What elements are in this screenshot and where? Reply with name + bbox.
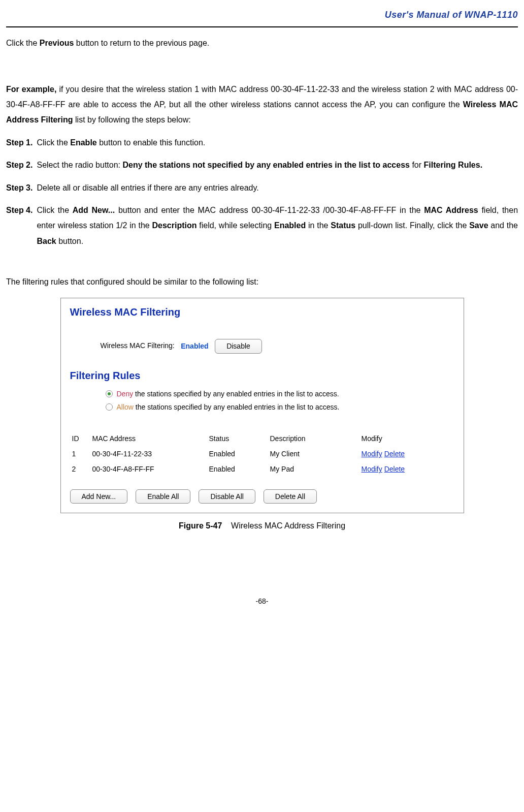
filter-label: Wireless MAC Filtering:	[101, 342, 175, 350]
delete-link[interactable]: Delete	[384, 450, 405, 458]
text: if you desire that the wireless station …	[6, 85, 518, 109]
filtering-rules-title: Filtering Rules	[70, 369, 454, 382]
step-1: Step 1. Click the Enable button to enabl…	[6, 135, 518, 150]
disable-button[interactable]: Disable	[215, 339, 262, 353]
text-bold: MAC Address	[424, 206, 478, 214]
text-bold: Description	[152, 221, 196, 230]
radio-allow-icon[interactable]	[106, 403, 113, 411]
col-desc: Description	[268, 431, 359, 446]
text: in the	[306, 221, 331, 230]
filtering-rules-block: Filtering Rules Deny the stations specif…	[70, 369, 454, 414]
table-header-row: ID MAC Address Status Description Modify	[70, 431, 454, 446]
add-new-button[interactable]: Add New...	[70, 489, 128, 504]
text: button.	[56, 237, 83, 245]
step-body: Click the Enable button to enable this f…	[37, 135, 518, 150]
deny-word: Deny	[117, 390, 134, 398]
text-bold: Filtering Rules.	[424, 161, 483, 169]
col-id: ID	[70, 431, 90, 446]
rule-deny[interactable]: Deny the stations specified by any enabl…	[106, 387, 454, 400]
radio-deny-icon[interactable]	[106, 390, 113, 397]
delete-all-button[interactable]: Delete All	[264, 489, 317, 504]
text: Click the	[37, 138, 70, 147]
text: button to enable this function.	[97, 138, 205, 147]
deny-rest: the stations specified by any enabled en…	[133, 390, 339, 398]
step-3: Step 3. Delete all or disable all entrie…	[6, 180, 518, 196]
cell-mac: 00-30-4F-11-22-33	[90, 446, 207, 461]
caption-bold: Figure 5-47	[179, 521, 222, 530]
cell-id: 2	[70, 461, 90, 477]
allow-word: Allow	[117, 403, 134, 411]
text-bold: Previous	[40, 39, 74, 47]
text: list by following the steps below:	[73, 115, 191, 124]
text: Select the radio button:	[37, 161, 122, 169]
text: field, while selecting	[196, 221, 274, 230]
step-label: Step 1.	[6, 135, 37, 150]
text: pull-down list. Finally, click the	[355, 221, 469, 230]
allow-rest: the stations specified by any enabled en…	[134, 403, 339, 411]
text-bold: Enable	[70, 138, 96, 147]
text: button and enter the MAC address 00-30-4…	[115, 206, 424, 214]
col-modify: Modify	[359, 431, 454, 446]
text-bold: Status	[331, 221, 355, 230]
step-body: Click the Add New... button and enter th…	[37, 203, 518, 249]
cell-mac: 00-30-4F-A8-FF-FF	[90, 461, 207, 477]
cell-id: 1	[70, 446, 90, 461]
result-intro: The filtering rules that configured shou…	[6, 274, 518, 290]
col-status: Status	[207, 431, 268, 446]
modify-link[interactable]: Modify	[362, 465, 382, 473]
text: for	[410, 161, 424, 169]
table-row: 2 00-30-4F-A8-FF-FF Enabled My Pad Modif…	[70, 461, 454, 477]
cell-desc: My Pad	[268, 461, 359, 477]
text-bold: Back	[37, 237, 56, 245]
text-bold: For example,	[6, 85, 56, 93]
table-row: 1 00-30-4F-11-22-33 Enabled My Client Mo…	[70, 446, 454, 461]
cell-status: Enabled	[207, 446, 268, 461]
caption-rest: Wireless MAC Address Filtering	[222, 521, 345, 530]
disable-all-button[interactable]: Disable All	[199, 489, 255, 504]
cell-status: Enabled	[207, 461, 268, 477]
filter-status-row: Wireless MAC Filtering: Enabled Disable	[101, 339, 454, 353]
filter-status: Enabled	[177, 342, 212, 350]
enable-all-button[interactable]: Enable All	[136, 489, 190, 504]
step-2: Step 2. Select the radio button: Deny th…	[6, 158, 518, 173]
text: Delete all or disable all entries if the…	[37, 183, 258, 192]
figure-title: Wireless MAC Filtering	[70, 305, 454, 319]
text-bold: Enabled	[274, 221, 306, 230]
page-number: -68-	[6, 595, 518, 608]
text: Click the	[6, 39, 40, 47]
modify-link[interactable]: Modify	[362, 450, 382, 458]
step-4: Step 4. Click the Add New... button and …	[6, 203, 518, 249]
cell-actions: Modify Delete	[359, 461, 454, 477]
text: and the	[488, 221, 518, 230]
text: Click the	[37, 206, 72, 214]
figure-caption: Figure 5-47 Wireless MAC Address Filteri…	[6, 518, 518, 534]
step-label: Step 3.	[6, 180, 37, 196]
example-paragraph: For example, if you desire that the wire…	[6, 82, 518, 128]
step-label: Step 4.	[6, 203, 37, 249]
step-body: Delete all or disable all entries if the…	[37, 180, 518, 196]
cell-desc: My Client	[268, 446, 359, 461]
text: button to return to the previous page.	[74, 39, 209, 47]
mac-table: ID MAC Address Status Description Modify…	[70, 431, 454, 477]
top-paragraph: Click the Previous button to return to t…	[6, 36, 518, 51]
delete-link[interactable]: Delete	[384, 465, 405, 473]
col-mac: MAC Address	[90, 431, 207, 446]
page-header-title: User's Manual of WNAP-1110	[6, 6, 518, 27]
button-row: Add New... Enable All Disable All Delete…	[70, 489, 454, 504]
figure-screenshot: Wireless MAC Filtering Wireless MAC Filt…	[60, 298, 464, 513]
text-bold: Deny the stations not specified by any e…	[122, 161, 410, 169]
step-label: Step 2.	[6, 158, 37, 173]
text-bold: Save	[469, 221, 488, 230]
rule-allow[interactable]: Allow the stations specified by any enab…	[106, 400, 454, 414]
cell-actions: Modify Delete	[359, 446, 454, 461]
step-body: Select the radio button: Deny the statio…	[37, 158, 518, 173]
text-bold: Add New...	[73, 206, 115, 214]
